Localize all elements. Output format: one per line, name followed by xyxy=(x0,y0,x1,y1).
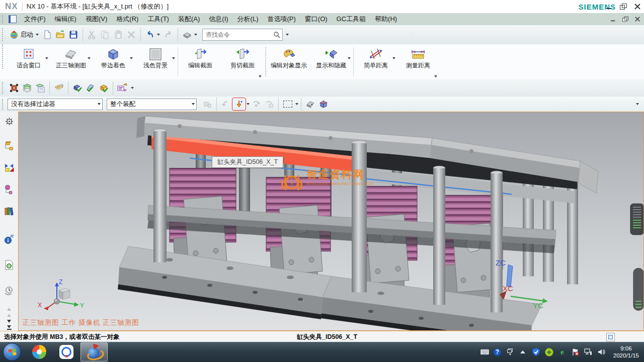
search-input[interactable] xyxy=(205,31,273,39)
restore-button[interactable] xyxy=(620,4,627,10)
select-assembly-button[interactable] xyxy=(201,98,214,110)
toolbar-grip[interactable] xyxy=(2,15,6,24)
keyboard-icon[interactable] xyxy=(480,348,489,356)
render-style-button[interactable] xyxy=(181,29,199,41)
menu-analysis[interactable]: 分析(L) xyxy=(233,13,263,25)
toolbar-grip[interactable] xyxy=(2,99,6,110)
fit-window-button[interactable]: 适合窗口 xyxy=(8,44,50,79)
part-navigator-icon[interactable] xyxy=(2,183,16,197)
start-button[interactable] xyxy=(3,343,21,361)
chevron-down-icon[interactable] xyxy=(172,57,175,59)
resource-scroll-up-icon[interactable] xyxy=(2,307,16,313)
assistance-info-icon[interactable]: i xyxy=(2,232,16,246)
new-file-button[interactable] xyxy=(41,29,54,41)
start-menu-button[interactable]: 启动 xyxy=(8,29,41,41)
mdi-restore-button[interactable] xyxy=(622,17,628,22)
chevron-down-icon[interactable] xyxy=(392,57,395,59)
edit-section-button[interactable]: 编辑截面 xyxy=(179,44,221,79)
history-icon[interactable] xyxy=(2,284,16,297)
toolbar-grip[interactable] xyxy=(2,28,6,42)
search-icon[interactable] xyxy=(273,31,280,38)
action-center-flag-icon[interactable] xyxy=(571,348,580,356)
security-shield-icon[interactable] xyxy=(532,348,540,356)
paste-button[interactable] xyxy=(112,29,125,41)
assembly-sequence-button[interactable] xyxy=(97,82,110,94)
layer-settings-button[interactable] xyxy=(34,82,47,94)
clip-section-button[interactable]: 剪切截面 xyxy=(221,44,264,79)
3d-model-canvas[interactable]: ZC XC YC Z xyxy=(19,112,643,330)
shaded-with-edges-button[interactable]: 带边着色 xyxy=(92,44,134,79)
menu-view[interactable]: 视图(V) xyxy=(81,13,112,25)
assembly-navigator-icon[interactable] xyxy=(2,139,16,153)
simple-distance-button[interactable]: 简单距离 xyxy=(355,44,397,79)
solid-body-filter-button[interactable] xyxy=(317,98,330,110)
roles-gear-icon[interactable] xyxy=(2,115,16,128)
copy-button[interactable] xyxy=(99,29,112,41)
graphics-window[interactable]: ZC XC YC Z xyxy=(18,112,644,331)
mdi-minimize-button[interactable] xyxy=(610,17,616,22)
menu-format[interactable]: 格式(R) xyxy=(112,13,143,25)
save-button[interactable] xyxy=(67,29,80,41)
menu-edit[interactable]: 编辑(E) xyxy=(50,13,81,25)
menu-gc-toolbox[interactable]: GC工具箱 xyxy=(332,13,371,25)
move-component-button[interactable] xyxy=(84,82,97,94)
annotation-tag-button[interactable] xyxy=(52,82,65,94)
chevron-down-icon[interactable] xyxy=(88,57,91,59)
constraint-navigator-icon[interactable] xyxy=(2,161,16,174)
close-button[interactable] xyxy=(634,4,641,10)
volume-icon[interactable] xyxy=(597,348,606,356)
chevron-down-icon[interactable] xyxy=(434,75,437,77)
toolbar-grip[interactable] xyxy=(265,47,266,76)
selection-filter-dropdown[interactable]: 没有选择过滤器 xyxy=(8,99,103,110)
search-options-chevron[interactable] xyxy=(286,34,289,36)
help-tray-icon[interactable]: ? xyxy=(494,348,501,356)
rotate-selection-button[interactable] xyxy=(250,98,263,110)
taskbar-nx-app[interactable] xyxy=(80,342,108,361)
menu-preferences[interactable]: 首选项(P) xyxy=(263,13,300,25)
toolbar-overflow-chevron[interactable] xyxy=(636,103,639,105)
network-icon[interactable] xyxy=(584,348,593,356)
light-background-button[interactable]: 浅色背景 xyxy=(134,44,177,79)
taskbar-netdisk-app[interactable] xyxy=(53,343,79,361)
cut-button[interactable] xyxy=(86,29,99,41)
undo-button[interactable] xyxy=(143,29,162,41)
delete-button[interactable] xyxy=(125,29,138,41)
toolbar-grip[interactable] xyxy=(2,44,6,69)
assembly-constraints-button[interactable] xyxy=(71,82,84,94)
browser-e-tray-icon[interactable]: e xyxy=(558,348,567,356)
command-finder[interactable] xyxy=(202,29,283,41)
trimetric-view-button[interactable]: 正三轴测图 xyxy=(50,44,92,79)
chevron-down-icon[interactable] xyxy=(130,57,133,59)
menu-file[interactable]: 文件(F) xyxy=(20,13,50,25)
reuse-library-icon[interactable] xyxy=(2,205,16,218)
previous-selection-button[interactable] xyxy=(219,98,232,110)
measure-distance-button[interactable]: 测量距离 xyxy=(397,44,439,79)
marquee-select-button[interactable] xyxy=(281,98,294,110)
menu-information[interactable]: 信息(I) xyxy=(204,13,232,25)
show-hidden-icons[interactable] xyxy=(519,348,527,356)
chevron-down-icon[interactable] xyxy=(45,57,48,59)
chevron-down-icon[interactable] xyxy=(348,57,351,59)
window-tray-icon[interactable] xyxy=(506,348,514,356)
highlight-selection-button[interactable] xyxy=(232,98,246,110)
layer-stack-button[interactable] xyxy=(21,82,34,94)
antivirus-plus-icon[interactable] xyxy=(545,348,553,356)
minimize-button[interactable] xyxy=(606,4,613,10)
resource-scroll-up2-icon[interactable] xyxy=(2,312,16,318)
taskbar-clock[interactable]: 9:06 2020/1/15 xyxy=(610,345,639,359)
toolbar-overflow-chevron[interactable] xyxy=(131,87,134,89)
menu-assemblies[interactable]: 装配(A) xyxy=(174,13,204,25)
edit-object-display-button[interactable]: 编辑对象显示 xyxy=(268,44,310,79)
resource-scroll-last-icon[interactable] xyxy=(2,324,16,331)
toolbar-grip[interactable] xyxy=(2,82,6,94)
web-browser-icon[interactable] xyxy=(2,258,16,272)
redo-button[interactable] xyxy=(162,29,175,41)
general-object-button[interactable] xyxy=(304,98,317,110)
snap-point-button[interactable] xyxy=(8,82,21,94)
mdi-close-button[interactable] xyxy=(634,17,640,22)
show-hide-button[interactable]: 显示和隐藏 xyxy=(310,44,352,79)
chevron-down-icon[interactable] xyxy=(295,103,298,105)
edit-attributes-button[interactable] xyxy=(116,82,129,94)
menu-help[interactable]: 帮助(H) xyxy=(370,13,401,25)
deselect-button[interactable] xyxy=(263,98,276,110)
